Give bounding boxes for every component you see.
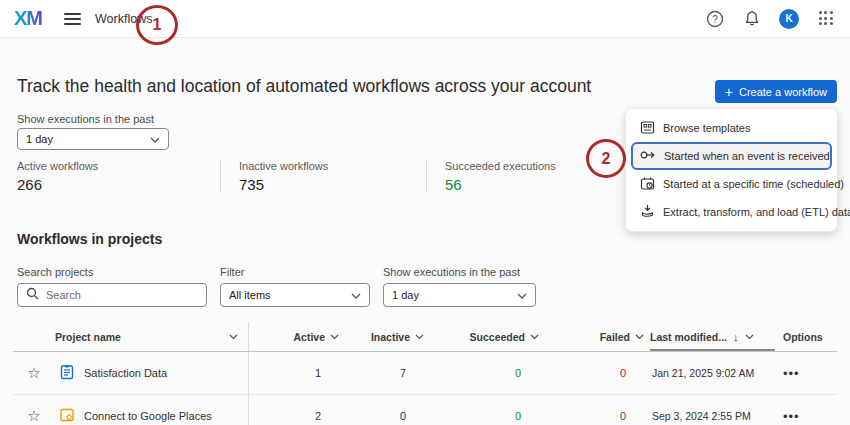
active-count-cell: 2 [249, 410, 345, 422]
active-workflows-value: 266 [17, 176, 220, 193]
sort-chevron-icon[interactable] [635, 334, 644, 340]
projects-table: Project name Active Inactive Succeeded F… [0, 322, 850, 425]
table-row[interactable]: ☆ Satisfaction Data 1 7 0 0 Jan 21, 2025… [13, 352, 837, 395]
column-header-project-name[interactable]: Project name [55, 322, 249, 351]
user-avatar[interactable]: K [779, 9, 799, 29]
etl-icon [640, 204, 655, 221]
templates-icon [640, 120, 655, 137]
column-header-active[interactable]: Active [249, 322, 345, 351]
page-title: Track the health and location of automat… [17, 76, 591, 97]
xm-logo: XM [14, 7, 42, 30]
failed-count-cell: 0 [545, 410, 650, 422]
table-executions-select[interactable]: 1 day [383, 283, 536, 307]
project-name-cell[interactable]: Satisfaction Data [55, 352, 249, 394]
inactive-workflows-value: 735 [239, 176, 426, 193]
workflow-project-icon [59, 407, 75, 425]
failed-count-cell: 0 [545, 367, 650, 379]
event-icon [640, 149, 656, 163]
inactive-count-cell: 0 [345, 410, 430, 422]
executions-filter-select[interactable]: 1 day [17, 128, 169, 150]
succeeded-count-cell: 0 [430, 410, 545, 422]
sort-chevron-icon[interactable] [415, 334, 424, 340]
table-row[interactable]: ☆ Connect to Google Places 2 0 0 0 Sep 3… [13, 395, 837, 425]
sort-descending-arrow-icon: ↓ [733, 331, 739, 343]
column-header-options: Options [775, 322, 837, 351]
schedule-icon [640, 176, 655, 193]
chevron-down-icon [150, 133, 160, 145]
annotation-step-2: 2 [586, 139, 626, 178]
table-header-row: Project name Active Inactive Succeeded F… [13, 322, 837, 352]
column-header-last-modified[interactable]: Last modified... ↓ [650, 322, 775, 351]
stat-active-workflows: Active workflows 266 [17, 160, 220, 193]
notifications-bell-icon[interactable] [742, 9, 762, 29]
projects-section-title: Workflows in projects [17, 231, 162, 247]
apps-grid-icon[interactable] [816, 9, 836, 29]
svg-text:?: ? [712, 13, 718, 24]
chevron-down-icon [351, 289, 361, 301]
succeeded-count-cell: 0 [430, 367, 545, 379]
active-count-cell: 1 [249, 367, 345, 379]
stats-row: Active workflows 266 Inactive workflows … [17, 160, 632, 193]
sort-chevron-icon[interactable] [229, 334, 238, 340]
search-icon [26, 286, 39, 304]
menu-item-browse-templates[interactable]: Browse templates [631, 114, 832, 142]
filter-label: Filter [220, 266, 244, 278]
executions-filter-label: Show executions in the past [17, 113, 154, 125]
last-modified-cell: Jan 21, 2025 9:02 AM [650, 367, 775, 379]
column-header-succeeded[interactable]: Succeeded [430, 322, 545, 351]
search-projects-label: Search projects [17, 266, 93, 278]
succeeded-executions-value: 56 [445, 176, 632, 193]
row-options-icon[interactable]: ••• [775, 366, 837, 381]
sort-chevron-icon[interactable] [530, 334, 539, 340]
hamburger-menu-icon[interactable] [64, 13, 81, 25]
stat-inactive-workflows: Inactive workflows 735 [220, 160, 426, 193]
project-name-cell[interactable]: Connect to Google Places [55, 395, 249, 425]
sort-chevron-icon[interactable] [330, 334, 339, 340]
table-executions-label: Show executions in the past [383, 266, 520, 278]
search-projects-field[interactable] [17, 283, 207, 307]
column-header-failed[interactable]: Failed [545, 322, 650, 351]
search-input[interactable] [46, 289, 198, 301]
column-header-inactive[interactable]: Inactive [345, 322, 430, 351]
last-modified-cell: Sep 3, 2024 2:55 PM [650, 410, 775, 422]
annotation-step-1: 1 [136, 5, 178, 45]
row-options-icon[interactable]: ••• [775, 409, 837, 424]
favorite-star-icon[interactable]: ☆ [13, 407, 55, 425]
create-workflow-menu: Browse templates Started when an event i… [625, 108, 838, 232]
favorite-star-icon[interactable]: ☆ [13, 364, 55, 382]
survey-project-icon [59, 364, 75, 382]
menu-item-event-received[interactable]: Started when an event is received [631, 142, 832, 170]
menu-item-etl[interactable]: Extract, transform, and load (ETL) data [631, 198, 832, 226]
menu-item-scheduled[interactable]: Started at a specific time (scheduled) [631, 170, 832, 198]
star-column-header [13, 322, 55, 351]
create-workflow-button[interactable]: + Create a workflow [715, 80, 837, 103]
inactive-count-cell: 7 [345, 367, 430, 379]
top-bar: XM Workflows ? K [0, 0, 850, 38]
help-icon[interactable]: ? [705, 9, 725, 29]
sort-chevron-icon[interactable] [745, 334, 754, 340]
chevron-down-icon [517, 289, 527, 301]
plus-icon: + [725, 85, 733, 99]
filter-select[interactable]: All items [220, 283, 370, 307]
